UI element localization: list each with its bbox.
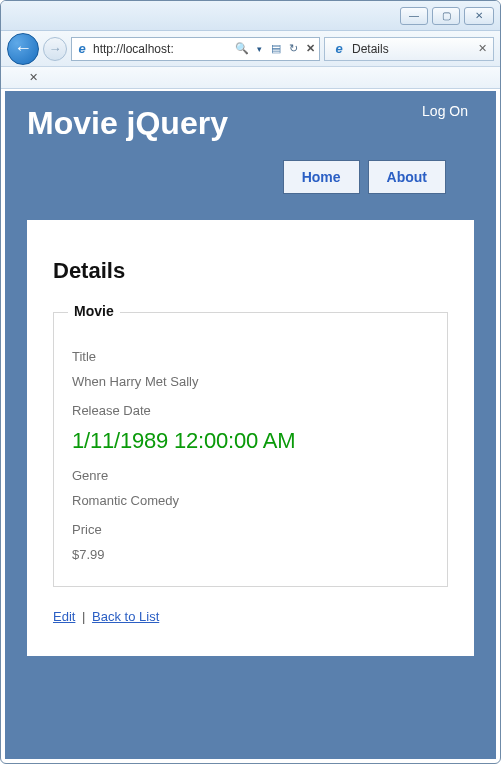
price-label: Price: [72, 522, 429, 537]
page-heading: Details: [53, 258, 448, 284]
window-titlebar: — ▢ ✕: [1, 1, 500, 31]
site-title: Movie jQuery: [27, 105, 474, 142]
genre-value: Romantic Comedy: [72, 493, 429, 508]
action-links: Edit | Back to List: [53, 609, 448, 624]
viewport[interactable]: Log On Movie jQuery Home About Details M…: [5, 91, 496, 759]
search-icon[interactable]: 🔍: [235, 42, 249, 55]
back-button[interactable]: ←: [7, 33, 39, 65]
back-to-list-link[interactable]: Back to List: [92, 609, 159, 624]
url-text: http://localhost:: [93, 42, 174, 56]
page-body: Log On Movie jQuery Home About Details M…: [5, 91, 496, 759]
releasedate-value: 1/11/1989 12:00:00 AM: [72, 428, 429, 454]
stop-icon[interactable]: ✕: [303, 42, 317, 55]
tab-close-icon[interactable]: ✕: [478, 42, 487, 55]
genre-label: Genre: [72, 468, 429, 483]
ie-icon: e: [74, 41, 90, 57]
logon-link[interactable]: Log On: [422, 103, 468, 119]
main-content: Details Movie Title When Harry Met Sally…: [27, 220, 474, 656]
back-arrow-icon: ←: [14, 38, 32, 59]
address-bar[interactable]: e http://localhost: 🔍 ▾ ▤ ↻ ✕: [71, 37, 320, 61]
browser-nav-bar: ← → e http://localhost: 🔍 ▾ ▤ ↻ ✕ e Deta…: [1, 31, 500, 67]
tab-title: Details: [352, 42, 473, 56]
title-value: When Harry Met Sally: [72, 374, 429, 389]
forward-arrow-icon: →: [49, 41, 62, 56]
minimize-button[interactable]: —: [400, 7, 428, 25]
browser-tab[interactable]: e Details ✕: [324, 37, 494, 61]
refresh-icon[interactable]: ↻: [286, 42, 300, 55]
releasedate-label: Release Date: [72, 403, 429, 418]
site-header: Log On Movie jQuery Home About: [5, 91, 496, 204]
action-separator: |: [82, 609, 85, 624]
title-label: Title: [72, 349, 429, 364]
movie-fieldset: Movie Title When Harry Met Sally Release…: [53, 312, 448, 587]
menu-home[interactable]: Home: [283, 160, 360, 194]
compat-view-icon[interactable]: ▤: [269, 42, 283, 55]
search-dropdown-icon[interactable]: ▾: [252, 44, 266, 54]
maximize-button[interactable]: ▢: [432, 7, 460, 25]
main-menu: Home About: [27, 142, 474, 194]
edit-link[interactable]: Edit: [53, 609, 75, 624]
price-value: $7.99: [72, 547, 429, 562]
forward-button[interactable]: →: [43, 37, 67, 61]
fieldset-legend: Movie: [68, 303, 120, 319]
window-close-button[interactable]: ✕: [464, 7, 494, 25]
subbar-close-icon[interactable]: ✕: [29, 71, 38, 84]
tab-favicon-icon: e: [331, 41, 347, 57]
menu-about[interactable]: About: [368, 160, 446, 194]
browser-sub-bar: ✕: [1, 67, 500, 89]
